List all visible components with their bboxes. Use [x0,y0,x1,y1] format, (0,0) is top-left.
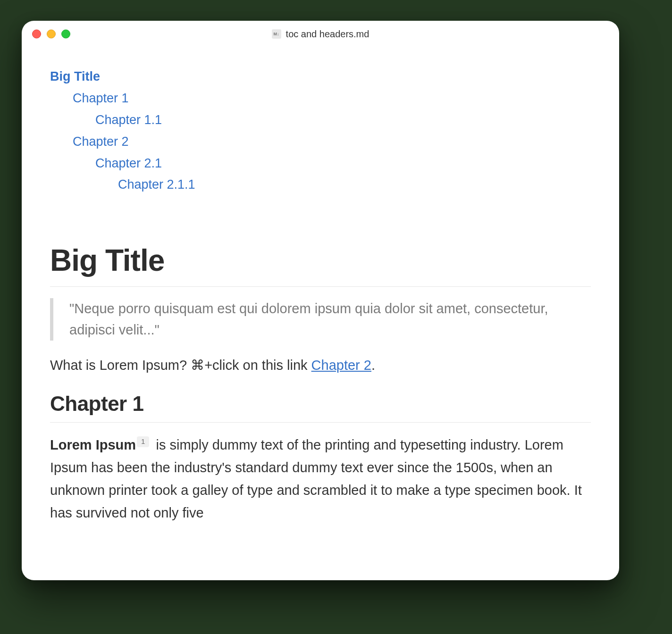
toc-link-big-title[interactable]: Big Title [50,69,100,83]
intro-paragraph: What is Lorem Ipsum? ⌘+click on this lin… [50,355,591,376]
chapter-1-paragraph: Lorem Ipsum1 is simply dummy text of the… [50,434,591,524]
document-content: Big Title Chapter 1 Chapter 1.1 Chapter … [22,47,619,580]
window-title: toc and headers.md [286,29,370,40]
file-icon: M↓ [272,29,281,39]
intro-suffix: . [371,358,375,373]
toc-link-chapter-1[interactable]: Chapter 1 [73,91,129,105]
intro-text: What is Lorem Ipsum? ⌘+click on this lin… [50,358,311,373]
window-title-group: M↓ toc and headers.md [272,29,370,40]
toc-link-chapter-2-1-1[interactable]: Chapter 2.1.1 [118,177,195,192]
close-button[interactable] [32,30,41,39]
lorem-ipsum-strong: Lorem Ipsum [50,437,136,452]
heading-chapter-1: Chapter 1 [50,392,591,416]
footnote-ref-1[interactable]: 1 [137,436,149,447]
table-of-contents: Big Title Chapter 1 Chapter 1.1 Chapter … [50,66,591,196]
heading-big-title: Big Title [50,243,591,278]
minimize-button[interactable] [47,30,56,39]
maximize-button[interactable] [61,30,70,39]
blockquote: "Neque porro quisquam est qui dolorem ip… [50,298,591,341]
toc-link-chapter-1-1[interactable]: Chapter 1.1 [95,113,162,127]
app-window: M↓ toc and headers.md Big Title Chapter … [22,21,619,580]
divider [50,422,591,423]
window-controls [32,30,70,39]
divider [50,286,591,287]
toc-link-chapter-2[interactable]: Chapter 2 [73,134,129,149]
toc-link-chapter-2-1[interactable]: Chapter 2.1 [95,156,162,170]
titlebar: M↓ toc and headers.md [22,21,619,47]
link-chapter-2[interactable]: Chapter 2 [311,358,371,373]
